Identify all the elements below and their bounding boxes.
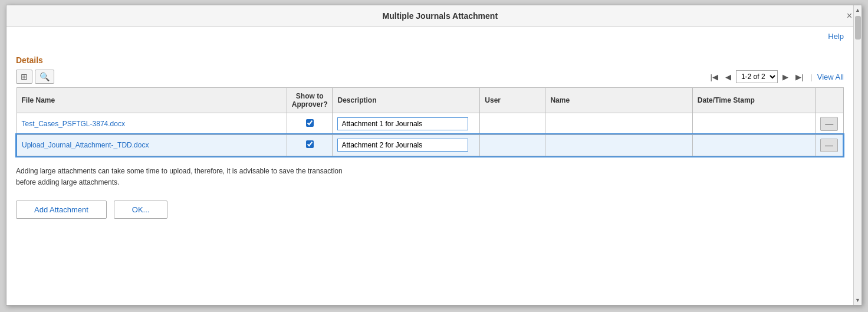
scroll-down-arrow[interactable]: ▼ xyxy=(854,295,862,305)
file-name-cell: Upload_Journal_Attachment-_TDD.docx xyxy=(17,134,287,156)
remove-cell: — xyxy=(816,134,844,156)
show-to-approver-cell xyxy=(287,134,333,156)
col-name: Name xyxy=(545,88,692,113)
table-body: Test_Cases_PSFTGL-3874.docx—Upload_Journ… xyxy=(17,113,843,156)
help-link[interactable]: Help xyxy=(828,32,844,41)
first-page-button[interactable]: |◀ xyxy=(708,71,721,83)
scroll-thumb[interactable] xyxy=(855,16,861,40)
table-row: Upload_Journal_Attachment-_TDD.docx— xyxy=(17,134,843,156)
note-text: Adding large attachments can take some t… xyxy=(16,166,844,188)
bottom-buttons: Add Attachment OK... xyxy=(16,201,844,219)
description-input[interactable] xyxy=(337,139,468,152)
table-row: Test_Cases_PSFTGL-3874.docx— xyxy=(17,113,843,135)
col-show-to-approver: Show toApprover? xyxy=(287,88,333,113)
view-all-link[interactable]: View All xyxy=(817,73,844,81)
date-time-cell xyxy=(692,134,815,156)
col-description: Description xyxy=(333,88,480,113)
remove-button[interactable]: — xyxy=(820,139,838,153)
user-cell xyxy=(480,113,545,135)
next-page-button[interactable]: ▶ xyxy=(780,71,791,83)
last-page-button[interactable]: ▶| xyxy=(793,71,805,83)
remove-button[interactable]: — xyxy=(820,117,838,131)
date-time-cell xyxy=(692,113,815,135)
remove-cell: — xyxy=(816,113,844,135)
description-cell xyxy=(333,134,480,156)
close-button[interactable]: × xyxy=(847,11,852,21)
search-button[interactable]: 🔍 xyxy=(35,70,54,84)
pagination: |◀ ◀ 1-2 of 2 ▶ ▶| | View All xyxy=(708,70,844,83)
col-file-name: File Name xyxy=(17,88,287,113)
search-icon: 🔍 xyxy=(40,72,50,81)
file-name-cell: Test_Cases_PSFTGL-3874.docx xyxy=(17,113,287,135)
pagination-divider: | xyxy=(810,73,812,81)
title-bar: Multiple Journals Attachment × xyxy=(6,5,862,27)
add-attachment-button[interactable]: Add Attachment xyxy=(16,201,107,219)
col-user: User xyxy=(480,88,545,113)
dialog-body: Help Details ⊞ 🔍 |◀ xyxy=(6,27,853,224)
details-label: Details xyxy=(16,55,844,65)
table-header-row: File Name Show toApprover? Description U… xyxy=(17,88,843,113)
dialog-title: Multiple Journals Attachment xyxy=(34,11,847,21)
prev-page-button[interactable]: ◀ xyxy=(723,71,734,83)
user-cell xyxy=(480,134,545,156)
page-select[interactable]: 1-2 of 2 xyxy=(736,70,778,83)
col-date-time-stamp: Date/Time Stamp xyxy=(692,88,815,113)
show-to-approver-checkbox[interactable] xyxy=(306,119,314,127)
show-to-approver-cell xyxy=(287,113,333,135)
name-cell xyxy=(545,134,692,156)
description-cell xyxy=(333,113,480,135)
file-name-link[interactable]: Upload_Journal_Attachment-_TDD.docx xyxy=(22,141,149,149)
scrollbar[interactable]: ▲ ▼ xyxy=(853,5,862,305)
col-remove xyxy=(816,88,844,113)
details-section: Details ⊞ 🔍 |◀ ◀ 1-2 of 2 xyxy=(16,55,844,156)
name-cell xyxy=(545,113,692,135)
dialog-container: Multiple Journals Attachment × Help Deta… xyxy=(6,5,862,306)
grid-view-button[interactable]: ⊞ xyxy=(16,70,32,84)
file-name-link[interactable]: Test_Cases_PSFTGL-3874.docx xyxy=(22,120,125,128)
scroll-up-arrow[interactable]: ▲ xyxy=(854,5,862,15)
attachments-table: File Name Show toApprover? Description U… xyxy=(16,87,844,156)
toolbar: ⊞ 🔍 |◀ ◀ 1-2 of 2 ▶ ▶| | xyxy=(16,70,844,84)
ok-button[interactable]: OK... xyxy=(114,201,168,219)
grid-icon: ⊞ xyxy=(21,72,28,81)
show-to-approver-checkbox[interactable] xyxy=(306,140,314,148)
description-input[interactable] xyxy=(337,117,468,130)
